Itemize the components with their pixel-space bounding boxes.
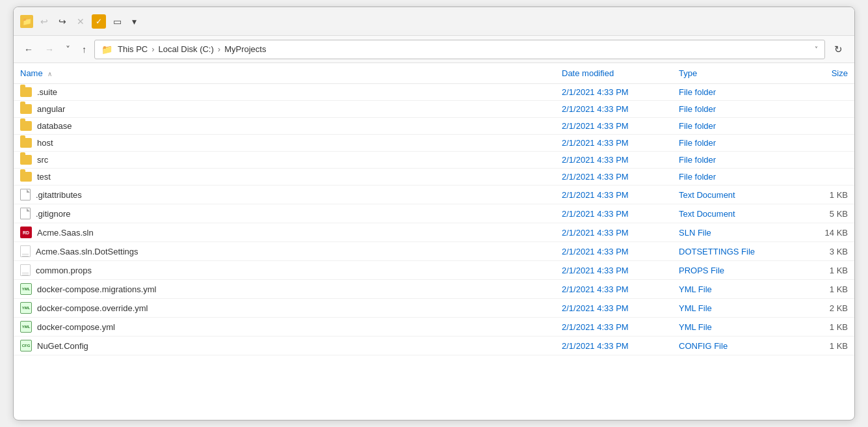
col-header-name[interactable]: Name ∧: [14, 63, 555, 84]
file-name-cell: YML docker-compose.yml: [14, 318, 555, 337]
file-date: 2/1/2021 4:33 PM: [562, 303, 629, 313]
file-type: File folder: [679, 155, 716, 165]
file-type-cell: File folder: [672, 118, 789, 135]
file-date: 2/1/2021 4:33 PM: [562, 341, 629, 351]
undo-button[interactable]: ↩: [37, 14, 51, 29]
file-explorer-window: 📁 ↩ ↪ ✕ ✓ ▭ ▾ ← → ˅ ↑ 📁 This PC › Local …: [13, 7, 855, 420]
file-name-cell: test: [14, 169, 555, 186]
dropdown-button[interactable]: ˅: [62, 42, 74, 57]
table-row[interactable]: CFG NuGet.Config 2/1/2021 4:33 PM CONFIG…: [14, 337, 854, 355]
file-date-cell: 2/1/2021 4:33 PM: [555, 204, 672, 223]
file-table-container: Name ∧ Date modified Type Size .suite 2/…: [14, 63, 854, 420]
generic-file-icon: [20, 264, 31, 276]
file-type: File folder: [679, 121, 716, 131]
file-date: 2/1/2021 4:33 PM: [562, 104, 629, 114]
file-name: docker-compose.migrations.yml: [37, 284, 157, 294]
yml-file-icon: YML: [20, 302, 32, 314]
file-name-cell: database: [14, 118, 555, 135]
col-header-size[interactable]: Size: [789, 63, 854, 84]
check-button[interactable]: ✓: [92, 14, 106, 29]
table-row[interactable]: .gitignore 2/1/2021 4:33 PM Text Documen…: [14, 204, 854, 223]
file-rows: .suite 2/1/2021 4:33 PM File folder angu…: [14, 84, 854, 355]
minimize-button[interactable]: ▭: [110, 14, 125, 29]
file-size-cell: 1 KB: [789, 280, 854, 299]
file-size: 1 KB: [830, 341, 848, 351]
path-localdisk[interactable]: Local Disk (C:): [159, 44, 214, 54]
col-header-type[interactable]: Type: [672, 63, 789, 84]
file-date: 2/1/2021 4:33 PM: [562, 266, 629, 275]
file-size-cell: [789, 118, 854, 135]
table-row[interactable]: test 2/1/2021 4:33 PM File folder: [14, 169, 854, 186]
file-size-cell: 5 KB: [789, 204, 854, 223]
file-date-cell: 2/1/2021 4:33 PM: [555, 169, 672, 186]
file-date-cell: 2/1/2021 4:33 PM: [555, 299, 672, 318]
table-row[interactable]: Acme.Saas.sln.DotSettings 2/1/2021 4:33 …: [14, 242, 854, 261]
file-size: 1 KB: [830, 190, 848, 200]
file-size-cell: [789, 135, 854, 152]
file-name: Acme.Saas.sln: [37, 228, 94, 238]
path-thispc[interactable]: This PC: [118, 44, 148, 54]
table-row[interactable]: common.props 2/1/2021 4:33 PM PROPS File…: [14, 261, 854, 280]
file-name-cell: common.props: [14, 261, 555, 280]
file-name: common.props: [36, 266, 92, 275]
forward-button[interactable]: →: [41, 42, 58, 57]
table-row[interactable]: database 2/1/2021 4:33 PM File folder: [14, 118, 854, 135]
file-type: Text Document: [679, 190, 735, 200]
table-row[interactable]: angular 2/1/2021 4:33 PM File folder: [14, 101, 854, 118]
file-type: DOTSETTINGS File: [679, 247, 755, 256]
config-file-icon: CFG: [20, 340, 32, 351]
file-type-cell: Text Document: [672, 186, 789, 204]
table-row[interactable]: YML docker-compose.override.yml 2/1/2021…: [14, 299, 854, 318]
file-type: YML File: [679, 303, 712, 313]
toolbar-dropdown-button[interactable]: ▾: [129, 14, 140, 29]
addressbar: ← → ˅ ↑ 📁 This PC › Local Disk (C:) › My…: [14, 36, 854, 63]
file-type-cell: DOTSETTINGS File: [672, 242, 789, 261]
titlebar: 📁 ↩ ↪ ✕ ✓ ▭ ▾: [14, 7, 854, 36]
sort-arrow-icon: ∧: [47, 70, 52, 77]
file-name: .gitignore: [36, 209, 70, 219]
back-button[interactable]: ←: [20, 42, 37, 57]
table-row[interactable]: .gitattributes 2/1/2021 4:33 PM Text Doc…: [14, 186, 854, 204]
file-type: PROPS File: [679, 266, 724, 275]
table-row[interactable]: RD Acme.Saas.sln 2/1/2021 4:33 PM SLN Fi…: [14, 223, 854, 242]
file-type-cell: YML File: [672, 318, 789, 337]
file-size: 2 KB: [830, 303, 848, 313]
file-type: File folder: [679, 172, 716, 182]
table-row[interactable]: host 2/1/2021 4:33 PM File folder: [14, 135, 854, 152]
table-row[interactable]: src 2/1/2021 4:33 PM File folder: [14, 152, 854, 169]
refresh-button[interactable]: ↻: [829, 41, 848, 58]
table-row[interactable]: .suite 2/1/2021 4:33 PM File folder: [14, 84, 854, 101]
file-type-cell: YML File: [672, 299, 789, 318]
file-size: 1 KB: [830, 284, 848, 294]
file-type-cell: File folder: [672, 135, 789, 152]
close-button[interactable]: ✕: [73, 14, 88, 29]
file-date-cell: 2/1/2021 4:33 PM: [555, 101, 672, 118]
file-name: NuGet.Config: [37, 341, 88, 351]
file-name: test: [37, 172, 51, 182]
file-type-cell: CONFIG File: [672, 337, 789, 355]
file-name: Acme.Saas.sln.DotSettings: [36, 247, 138, 256]
file-name: docker-compose.override.yml: [37, 303, 148, 313]
file-date-cell: 2/1/2021 4:33 PM: [555, 84, 672, 101]
redo-button[interactable]: ↪: [55, 14, 70, 29]
path-myprojects[interactable]: MyProjects: [224, 44, 266, 54]
file-type-cell: YML File: [672, 280, 789, 299]
file-type: YML File: [679, 322, 712, 332]
file-name: docker-compose.yml: [37, 322, 115, 332]
file-date: 2/1/2021 4:33 PM: [562, 322, 629, 332]
file-date-cell: 2/1/2021 4:33 PM: [555, 152, 672, 169]
file-table: Name ∧ Date modified Type Size .suite 2/…: [14, 63, 854, 355]
up-button[interactable]: ↑: [78, 42, 90, 57]
table-row[interactable]: YML docker-compose.migrations.yml 2/1/20…: [14, 280, 854, 299]
file-date-cell: 2/1/2021 4:33 PM: [555, 318, 672, 337]
folder-icon: [20, 138, 32, 148]
file-type-cell: File folder: [672, 152, 789, 169]
file-size-cell: [789, 84, 854, 101]
file-type-cell: File folder: [672, 84, 789, 101]
file-name-cell: YML docker-compose.migrations.yml: [14, 280, 555, 299]
address-path-bar[interactable]: 📁 This PC › Local Disk (C:) › MyProjects…: [94, 40, 825, 59]
file-date-cell: 2/1/2021 4:33 PM: [555, 118, 672, 135]
table-row[interactable]: YML docker-compose.yml 2/1/2021 4:33 PM …: [14, 318, 854, 337]
col-header-date[interactable]: Date modified: [555, 63, 672, 84]
path-chevron-icon[interactable]: ˅: [815, 46, 818, 53]
